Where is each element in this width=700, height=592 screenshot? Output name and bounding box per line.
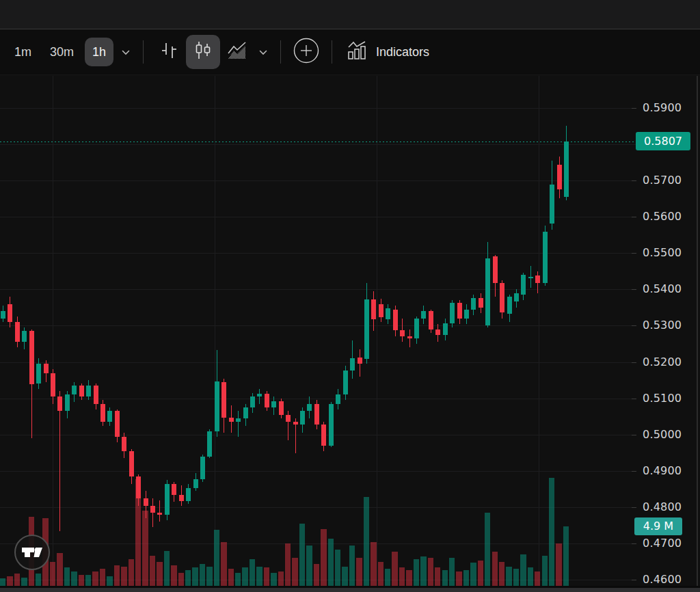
compare-add-button[interactable] <box>289 35 323 69</box>
price-axis-tick <box>632 399 636 399</box>
price-axis-label: 0.5900 <box>643 101 682 114</box>
price-axis-tick <box>632 289 636 290</box>
price-axis-label: 0.5300 <box>643 319 682 332</box>
price-axis-label: 0.5400 <box>643 282 682 295</box>
plus-circle-icon <box>292 36 321 68</box>
price-axis-label: 0.5600 <box>643 210 682 223</box>
candles <box>1 126 569 531</box>
last-price-line <box>0 142 636 142</box>
trading-chart-app: { "toolbar": { "timeframes": [ {"label":… <box>0 0 700 592</box>
area-chart-icon <box>227 42 247 63</box>
price-axis-tick <box>632 507 636 508</box>
timeframe-1m-button[interactable]: 1m <box>7 38 39 66</box>
last-price-badge: 0.5807 <box>636 132 690 150</box>
toolbar-divider <box>280 40 281 64</box>
timeframe-menu-button[interactable] <box>117 38 135 66</box>
tradingview-logo[interactable] <box>14 534 51 571</box>
chart-toolbar: 1m 30m 1h <box>0 29 700 75</box>
chart-type-menu-button[interactable] <box>254 38 272 66</box>
gridlines <box>0 76 636 587</box>
toolbar-divider <box>143 40 144 64</box>
toolbar-divider <box>332 40 332 64</box>
chart-type-bars-button[interactable] <box>152 35 186 69</box>
indicators-icon <box>346 41 368 64</box>
timeframe-1h-button[interactable]: 1h <box>85 38 113 66</box>
ohlc-bars-icon <box>159 41 179 63</box>
price-axis-label: 0.4600 <box>643 574 682 587</box>
price-axis-tick <box>632 543 636 544</box>
chevron-down-icon <box>122 46 130 58</box>
price-axis-tick <box>632 217 636 217</box>
chart-type-candles-button[interactable] <box>186 35 220 69</box>
price-axis-tick <box>632 580 636 580</box>
price-axis-label: 0.5100 <box>643 392 682 405</box>
indicators-button[interactable]: Indicators <box>340 37 435 68</box>
axis-right-border <box>697 76 698 592</box>
indicators-label: Indicators <box>376 45 429 59</box>
price-axis-label: 0.5500 <box>643 246 682 259</box>
price-axis-tick <box>632 362 636 363</box>
price-axis-tick <box>632 325 636 326</box>
price-axis-label: 0.5200 <box>643 355 682 368</box>
chevron-down-icon <box>259 46 267 58</box>
time-axis-strip[interactable] <box>0 588 700 592</box>
candlestick-icon <box>193 40 213 64</box>
price-axis-label: 0.4700 <box>643 537 682 550</box>
price-axis-label: 0.5700 <box>643 174 682 187</box>
price-axis-label: 0.5000 <box>643 428 682 441</box>
price-axis-tick <box>632 108 636 109</box>
chart-type-area-button[interactable] <box>220 35 254 69</box>
volume-bars <box>0 478 569 586</box>
price-axis-tick <box>632 180 636 181</box>
volume-badge: 4.9 M <box>634 517 682 535</box>
price-axis-tick <box>632 253 636 254</box>
price-axis-label: 0.4800 <box>643 500 682 513</box>
price-axis-tick <box>632 471 636 472</box>
price-chart[interactable] <box>0 0 700 592</box>
price-axis-tick <box>632 435 636 435</box>
price-axis-label: 0.4900 <box>643 464 682 477</box>
timeframe-30m-button[interactable]: 30m <box>42 38 81 66</box>
